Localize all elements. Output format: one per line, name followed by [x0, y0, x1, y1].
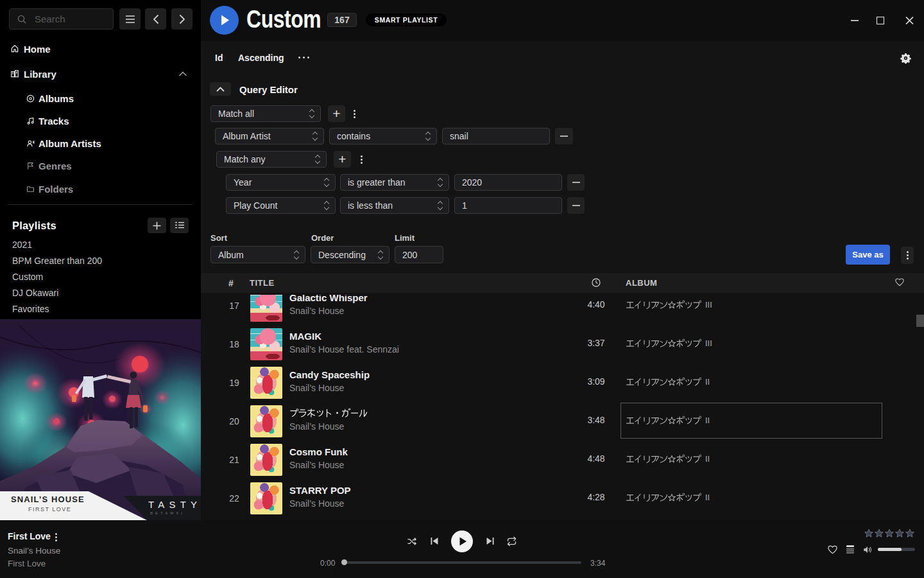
svg-text:SNAIL’S HOUSE: SNAIL’S HOUSE — [11, 495, 85, 504]
svg-text:TASTY: TASTY — [148, 499, 201, 510]
svg-text:BETAMXI: BETAMXI — [150, 511, 185, 515]
svg-text:FIRST LOVE: FIRST LOVE — [28, 506, 71, 512]
